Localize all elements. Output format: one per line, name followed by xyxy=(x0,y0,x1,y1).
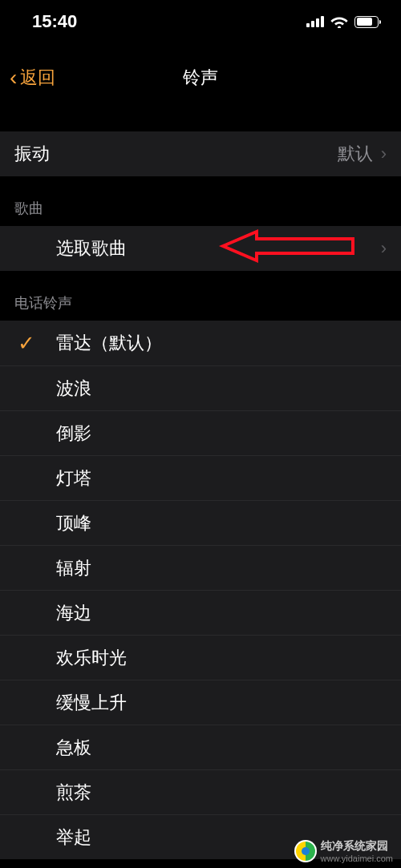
wifi-icon xyxy=(330,15,348,28)
ringtone-label: 海边 xyxy=(56,601,91,625)
svg-marker-0 xyxy=(223,232,353,260)
chevron-right-icon: › xyxy=(381,143,387,164)
vibration-label: 振动 xyxy=(14,142,50,166)
select-song-label: 选取歌曲 xyxy=(56,236,127,260)
ringtone-row[interactable]: 波浪 xyxy=(0,365,401,410)
cellular-icon xyxy=(306,16,324,27)
page-title: 铃声 xyxy=(183,66,218,90)
settings-sheet: ‹ 返回 铃声 振动 默认 › 歌曲 选取歌曲 › 电话铃声 ✓雷达（默认）波浪… xyxy=(0,53,401,868)
check-icon: ✓ xyxy=(18,331,35,356)
ringtone-label: 顶峰 xyxy=(56,511,91,535)
ringtone-label: 急板 xyxy=(56,736,91,760)
vibration-value: 默认 xyxy=(338,142,373,166)
ringtone-section-header: 电话铃声 xyxy=(0,271,401,321)
status-bar: 15:40 xyxy=(0,0,401,43)
ringtone-label: 煎茶 xyxy=(56,781,91,805)
ringtone-label: 举起 xyxy=(56,826,91,850)
ringtone-label: 雷达（默认） xyxy=(56,331,162,355)
chevron-left-icon: ‹ xyxy=(10,67,17,89)
ringtone-row[interactable]: 顶峰 xyxy=(0,500,401,545)
ringtone-row[interactable]: 缓慢上升 xyxy=(0,680,401,725)
nav-bar: ‹ 返回 铃声 xyxy=(0,53,401,103)
watermark-url: www.yidaimei.com xyxy=(321,854,393,863)
ringtone-row[interactable]: 海边 xyxy=(0,590,401,635)
ringtone-row[interactable]: 辐射 xyxy=(0,545,401,590)
back-button[interactable]: ‹ 返回 xyxy=(10,53,55,103)
ringtone-label: 欢乐时光 xyxy=(56,646,127,670)
ringtone-row[interactable]: 灯塔 xyxy=(0,455,401,500)
ringtone-row[interactable]: 欢乐时光 xyxy=(0,635,401,680)
ringtone-label: 缓慢上升 xyxy=(56,691,127,715)
annotation-arrow-icon xyxy=(217,228,361,268)
watermark-brand: 纯净系统家园 xyxy=(321,839,393,854)
song-section-header: 歌曲 xyxy=(0,176,401,226)
battery-icon xyxy=(354,16,379,28)
watermark-logo-icon xyxy=(294,839,318,863)
chevron-right-icon: › xyxy=(381,238,387,259)
ringtone-label: 灯塔 xyxy=(56,466,91,491)
status-time: 15:40 xyxy=(32,11,77,32)
svg-point-2 xyxy=(302,847,310,855)
status-icons xyxy=(306,15,379,28)
ringtone-label: 倒影 xyxy=(56,422,91,446)
ringtone-row[interactable]: ✓雷达（默认） xyxy=(0,321,401,365)
watermark: 纯净系统家园 www.yidaimei.com xyxy=(294,839,393,863)
ringtone-row[interactable]: 煎茶 xyxy=(0,769,401,814)
ringtone-row[interactable]: 急板 xyxy=(0,725,401,769)
ringtone-label: 波浪 xyxy=(56,377,91,401)
back-label: 返回 xyxy=(20,66,55,90)
ringtone-list: ✓雷达（默认）波浪倒影灯塔顶峰辐射海边欢乐时光缓慢上升急板煎茶举起 xyxy=(0,321,401,859)
select-song-cell[interactable]: 选取歌曲 › xyxy=(0,226,401,271)
ringtone-row[interactable]: 倒影 xyxy=(0,410,401,455)
vibration-cell[interactable]: 振动 默认 › xyxy=(0,131,401,176)
ringtone-label: 辐射 xyxy=(56,556,91,580)
